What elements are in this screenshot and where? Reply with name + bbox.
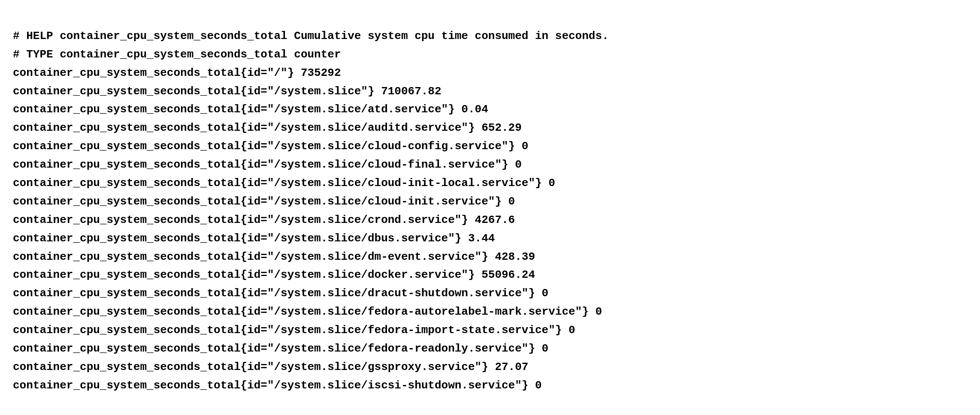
metric-line-9: container_cpu_system_seconds_total{id="/… [13,192,967,211]
metric-line-16: container_cpu_system_seconds_total{id="/… [13,321,967,340]
metric-line-8: container_cpu_system_seconds_total{id="/… [13,174,967,192]
metric-line-4: container_cpu_system_seconds_total{id="/… [13,100,967,119]
metric-line-5: container_cpu_system_seconds_total{id="/… [13,119,967,137]
metric-line-14: container_cpu_system_seconds_total{id="/… [13,284,967,303]
metrics-output: # HELP container_cpu_system_seconds_tota… [13,9,967,395]
metric-line-12: container_cpu_system_seconds_total{id="/… [13,248,967,266]
metric-line-18: container_cpu_system_seconds_total{id="/… [13,358,967,376]
metric-line-1: # TYPE container_cpu_system_seconds_tota… [13,45,967,64]
metric-line-7: container_cpu_system_seconds_total{id="/… [13,156,967,174]
metric-line-2: container_cpu_system_seconds_total{id="/… [13,64,967,82]
metric-line-15: container_cpu_system_seconds_total{id="/… [13,303,967,321]
metric-line-13: container_cpu_system_seconds_total{id="/… [13,266,967,284]
metric-line-17: container_cpu_system_seconds_total{id="/… [13,340,967,358]
metric-line-3: container_cpu_system_seconds_total{id="/… [13,82,967,101]
metric-line-6: container_cpu_system_seconds_total{id="/… [13,137,967,156]
metric-line-0: # HELP container_cpu_system_seconds_tota… [13,27,967,45]
metric-line-19: container_cpu_system_seconds_total{id="/… [13,376,967,395]
metric-line-10: container_cpu_system_seconds_total{id="/… [13,211,967,229]
metric-line-11: container_cpu_system_seconds_total{id="/… [13,229,967,248]
